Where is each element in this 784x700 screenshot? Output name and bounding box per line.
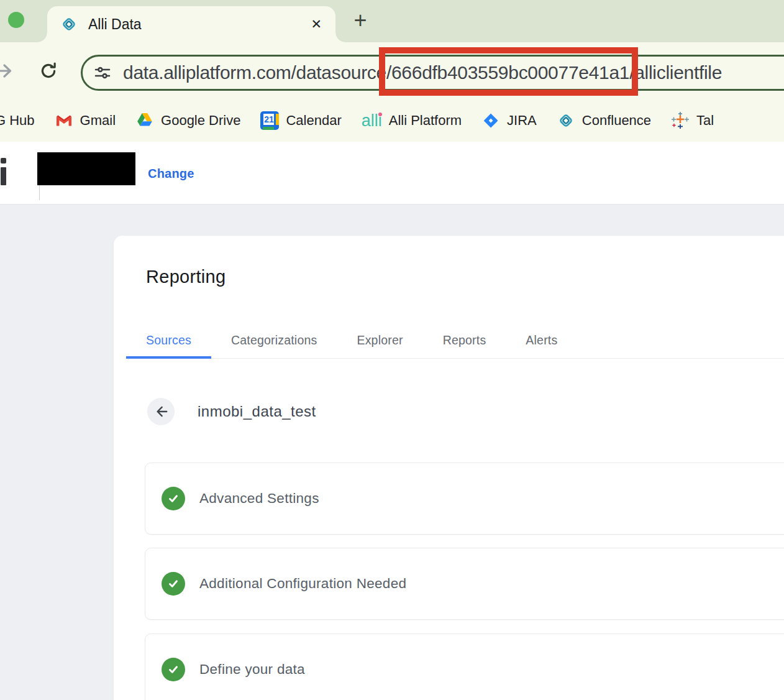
back-arrow-icon	[153, 403, 169, 420]
tab-categorizations[interactable]: Categorizations	[211, 322, 337, 358]
bookmark-google-drive[interactable]: Google Drive	[125, 99, 250, 142]
bookmarks-bar: G Hub Gmail Google Drive 21 Calendar	[0, 99, 784, 142]
bookmark-alli-platform[interactable]: alli Alli Platform	[352, 99, 472, 142]
step-additional-configuration[interactable]: Additional Configuration Needed	[145, 548, 784, 620]
source-name: inmobi_data_test	[198, 403, 316, 420]
confluence-icon	[557, 111, 575, 130]
step-label: Define your data	[199, 661, 305, 678]
bookmark-jira[interactable]: JIRA	[472, 99, 547, 142]
browser-toolbar: data.alliplatform.com/datasource/666dfb4…	[0, 42, 784, 99]
step-label: Additional Configuration Needed	[199, 576, 406, 592]
google-drive-icon	[135, 111, 154, 130]
tab-strip: Alli Data ✕ +	[0, 0, 784, 42]
tab-alerts[interactable]: Alerts	[506, 322, 577, 358]
divider-line	[39, 185, 40, 200]
check-icon	[162, 487, 185, 510]
tab-title: Alli Data	[88, 16, 308, 33]
reload-icon[interactable]	[39, 61, 58, 81]
tableau-icon	[671, 111, 690, 130]
url-segment-pre: data.alliplatform.com/datasource	[123, 62, 386, 83]
tab-reports[interactable]: Reports	[423, 322, 506, 358]
source-header: inmobi_data_test	[147, 398, 316, 425]
tab-close-icon[interactable]: ✕	[308, 16, 324, 33]
app-header: Change	[0, 142, 784, 205]
tab-sources[interactable]: Sources	[126, 322, 211, 358]
step-label: Advanced Settings	[199, 490, 319, 507]
bookmark-g-hub[interactable]: G Hub	[0, 99, 45, 142]
step-define-your-data[interactable]: Define your data	[145, 633, 784, 700]
google-calendar-icon: 21	[260, 111, 279, 130]
window-control-green[interactable]	[8, 12, 24, 28]
alli-wordmark-icon: alli	[362, 113, 382, 129]
bookmark-confluence[interactable]: Confluence	[547, 99, 661, 142]
alli-logo-partial	[1, 158, 6, 185]
page-title: Reporting	[146, 267, 226, 287]
redacted-client-name	[37, 152, 135, 185]
bookmark-tableau[interactable]: Tal	[661, 99, 724, 142]
gmail-icon	[55, 111, 73, 130]
change-client-link[interactable]: Change	[148, 167, 194, 181]
url-segment-highlighted: /666dfb403559bc00077e41a1/	[386, 62, 634, 83]
reporting-card: Reporting Sources Categorizations Explor…	[114, 236, 784, 700]
url-segment-post: alliclientfile	[634, 62, 722, 83]
check-icon	[162, 572, 185, 596]
page-background: Reporting Sources Categorizations Explor…	[0, 205, 784, 700]
address-bar[interactable]: data.alliplatform.com/datasource/666dfb4…	[81, 55, 784, 91]
new-tab-button[interactable]: +	[348, 8, 373, 33]
check-icon	[162, 658, 185, 681]
alli-double-diamond-icon	[60, 15, 78, 34]
jira-icon	[481, 111, 500, 130]
site-info-tune-icon[interactable]	[93, 63, 112, 82]
step-advanced-settings[interactable]: Advanced Settings	[145, 463, 784, 535]
browser-window: Alli Data ✕ + data.alliplatform.com/data…	[0, 0, 784, 700]
browser-tab-alli-data[interactable]: Alli Data ✕	[47, 6, 335, 42]
bookmark-calendar[interactable]: 21 Calendar	[250, 99, 351, 142]
back-button[interactable]	[147, 398, 175, 425]
url-text[interactable]: data.alliplatform.com/datasource/666dfb4…	[123, 62, 722, 83]
tab-explorer[interactable]: Explorer	[337, 322, 422, 358]
forward-icon[interactable]	[0, 60, 14, 81]
reporting-tabs: Sources Categorizations Explorer Reports…	[126, 322, 784, 359]
bookmark-gmail[interactable]: Gmail	[45, 99, 125, 142]
calendar-date-badge: 21	[263, 114, 274, 125]
